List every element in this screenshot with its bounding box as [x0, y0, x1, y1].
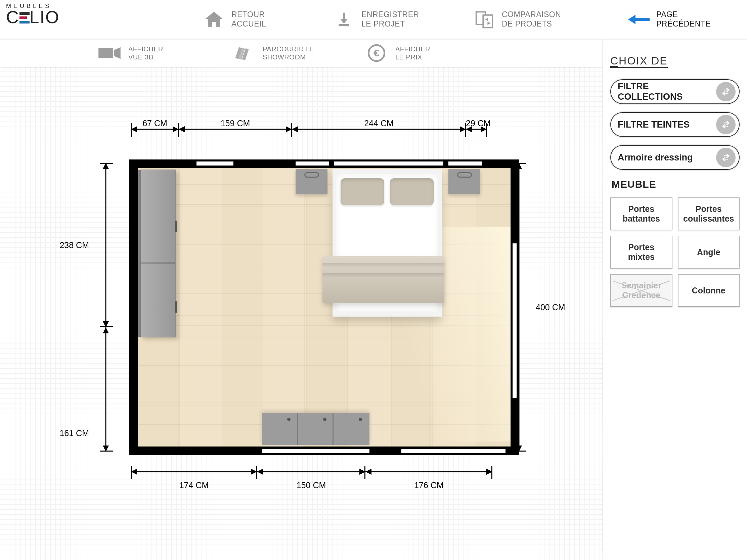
- furniture-wardrobe[interactable]: [140, 169, 176, 338]
- tile-portes-coulissantes[interactable]: Portes coulissantes: [678, 197, 740, 230]
- brand-line2: CLIO: [6, 8, 87, 26]
- side-panel-title: CHOIX DE: [610, 55, 668, 68]
- wall-top: [129, 159, 519, 168]
- view-3d-button[interactable]: AFFICHER VUE 3D: [97, 38, 163, 67]
- svg-text:€: €: [374, 47, 379, 58]
- wall-right: [511, 159, 519, 455]
- floorplan-canvas[interactable]: 67 CM 159 CM 244 CM 29 CM 238 CM 161 CM …: [0, 67, 603, 560]
- previous-page-button[interactable]: PAGE PRÉCÉDENTE: [628, 0, 711, 38]
- swap-icon: [716, 115, 736, 134]
- filter-collections-button[interactable]: FILTRE COLLECTIONS: [610, 79, 740, 104]
- furniture-nightstand-right[interactable]: [448, 169, 480, 194]
- tile-portes-battantes[interactable]: Portes battantes: [610, 197, 672, 230]
- home-button[interactable]: RETOUR ACCUEIL: [203, 0, 266, 38]
- compare-projects-button[interactable]: COMPARAISON DE PROJETS: [473, 0, 561, 38]
- filter-teintes-button[interactable]: FILTRE TEINTES: [610, 112, 740, 137]
- euro-icon: €: [364, 44, 389, 62]
- show-price-button[interactable]: € AFFICHER LE PRIX: [364, 38, 430, 67]
- svg-rect-1: [483, 15, 492, 28]
- side-panel: CHOIX DE FILTRE COLLECTIONS FILTRE TEINT…: [603, 38, 747, 560]
- floor: [138, 168, 511, 447]
- furniture-type-grid: Portes battantes Portes coulissantes Por…: [610, 197, 740, 307]
- room-plan[interactable]: [129, 159, 519, 455]
- tile-angle[interactable]: Angle: [678, 236, 740, 269]
- arrow-left-icon: [628, 9, 650, 30]
- browse-showroom-button[interactable]: PARCOURIR LE SHOWROOM: [232, 38, 315, 67]
- furniture-nightstand-left[interactable]: [295, 169, 328, 194]
- section-meuble-title: MEUBLE: [612, 179, 740, 190]
- swap-icon: [716, 82, 736, 101]
- home-icon: [203, 9, 225, 30]
- filter-armoire-button[interactable]: Armoire dressing: [610, 145, 740, 170]
- tile-portes-mixtes[interactable]: Portes mixtes: [610, 236, 672, 269]
- furniture-sideboard[interactable]: [262, 413, 369, 445]
- camera-icon: [97, 44, 122, 62]
- brand-logo: MEUBLES CLIO: [6, 3, 87, 26]
- swap-icon: [716, 148, 736, 167]
- top-toolbar: MEUBLES CLIO RETOUR ACCUEIL ENREGISTRER …: [0, 0, 747, 38]
- view-toolbar: AFFICHER VUE 3D PARCOURIR LE SHOWROOM € …: [0, 38, 603, 67]
- wall-left: [129, 159, 138, 455]
- save-project-button[interactable]: ENREGISTRER LE PROJET: [333, 0, 419, 38]
- tile-colonne[interactable]: Colonne: [678, 274, 740, 307]
- catalog-icon: [232, 44, 256, 62]
- compare-icon: [473, 9, 495, 30]
- download-icon: [333, 9, 355, 30]
- brand-flag-icon: [20, 10, 30, 24]
- furniture-bed[interactable]: [333, 169, 442, 317]
- tile-semainier-disabled: Semainier Credence: [610, 274, 672, 307]
